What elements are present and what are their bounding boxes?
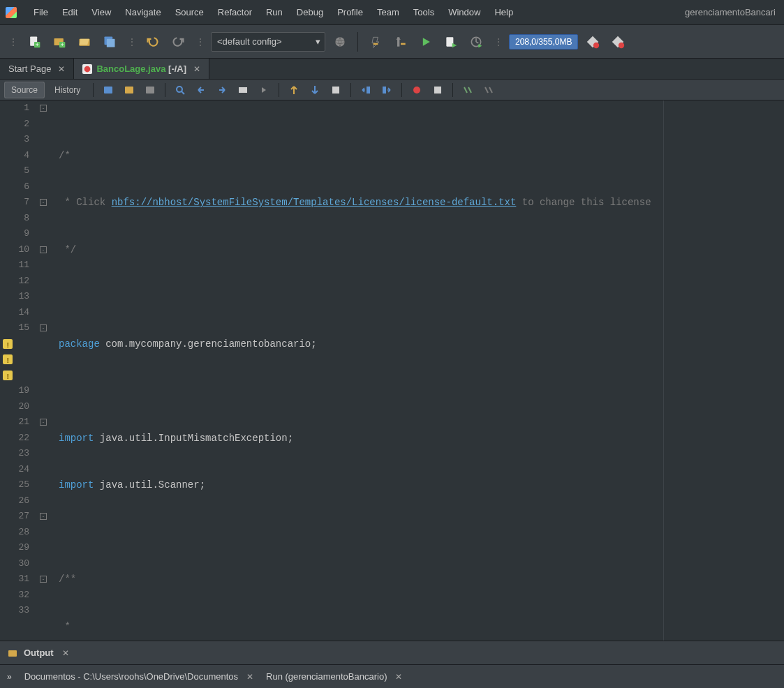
memory-indicator[interactable]: 208,0/355,0MB: [509, 34, 578, 50]
fold-icon[interactable]: -: [40, 246, 47, 253]
menu-debug[interactable]: Debug: [290, 0, 330, 25]
clean-build-button[interactable]: [390, 31, 411, 52]
output-panel-header[interactable]: Output ✕: [0, 641, 784, 664]
run-button[interactable]: [415, 31, 436, 52]
svg-rect-11: [373, 43, 378, 45]
arrow-up-icon[interactable]: [285, 82, 303, 98]
status-tab-run[interactable]: Run (gerenciamentoBancario) ✕: [266, 671, 402, 682]
fold-icon[interactable]: -: [40, 199, 47, 206]
svg-rect-8: [107, 38, 115, 47]
uncomment-icon[interactable]: [480, 82, 498, 98]
svg-point-25: [177, 87, 182, 92]
config-select[interactable]: <default config> ▾: [211, 32, 325, 52]
menu-help[interactable]: Help: [487, 0, 520, 25]
undo-button[interactable]: [142, 31, 163, 52]
separator: [357, 32, 358, 52]
diff-icon[interactable]: [234, 82, 252, 98]
open-project-button[interactable]: [74, 31, 95, 52]
notification-icon[interactable]: [582, 31, 603, 52]
stop-icon[interactable]: [429, 82, 447, 98]
build-button[interactable]: [365, 31, 386, 52]
comment-icon[interactable]: [459, 82, 477, 98]
separator: [93, 83, 94, 97]
warning-icon[interactable]: [0, 336, 29, 352]
nav-icon[interactable]: [99, 82, 117, 98]
source-view-button[interactable]: Source: [4, 82, 45, 98]
play-small-icon[interactable]: [255, 82, 273, 98]
close-icon[interactable]: ✕: [193, 64, 200, 74]
main-toolbar: ⋮ + + ⋮ ⋮ <default config> ▾ ⋮ 208,0/355…: [0, 25, 784, 59]
menu-window[interactable]: Window: [441, 0, 487, 25]
redo-button[interactable]: [168, 31, 188, 52]
shift-left-icon[interactable]: [357, 82, 375, 98]
shift-right-icon[interactable]: [378, 82, 396, 98]
fold-icon[interactable]: -: [40, 576, 47, 583]
menu-file[interactable]: File: [27, 0, 55, 25]
svg-rect-24: [146, 87, 154, 94]
notification-icon-2[interactable]: [607, 31, 628, 52]
svg-line-35: [485, 87, 488, 93]
save-all-button[interactable]: [99, 31, 120, 52]
line-gutter[interactable]: 1 2 3 4 5 6 7 8 9 10 11 12 13 14 15 19 2…: [0, 100, 35, 641]
menu-run[interactable]: Run: [259, 0, 290, 25]
history-view-button[interactable]: History: [47, 82, 87, 98]
menu-navigate[interactable]: Navigate: [118, 0, 168, 25]
arrow-down-icon[interactable]: [306, 82, 324, 98]
tab-start-page[interactable]: Start Page ✕: [0, 59, 74, 79]
svg-rect-28: [332, 87, 339, 94]
code-editor[interactable]: /* * Click nbfs://nbhost/SystemFileSyste…: [52, 100, 784, 641]
close-icon[interactable]: ✕: [62, 648, 69, 658]
status-tab-documentos[interactable]: Documentos - C:\Users\roohs\OneDrive\Doc…: [24, 671, 253, 682]
svg-rect-37: [8, 650, 17, 657]
svg-point-17: [593, 42, 599, 47]
menu-profile[interactable]: Profile: [330, 0, 370, 25]
menu-view[interactable]: View: [84, 0, 118, 25]
menu-refactor[interactable]: Refactor: [211, 0, 259, 25]
svg-text:+: +: [61, 40, 64, 47]
editor-toolbar: Source History: [0, 80, 784, 100]
svg-point-9: [335, 37, 344, 46]
menu-source[interactable]: Source: [168, 0, 211, 25]
separator: [452, 83, 453, 97]
java-file-icon: [82, 64, 92, 74]
menubar: File Edit View Navigate Source Refactor …: [0, 0, 784, 25]
svg-rect-23: [125, 87, 133, 94]
tab-bancolage[interactable]: BancoLage.java [-/A] ✕: [74, 59, 209, 79]
menu-team[interactable]: Team: [370, 0, 406, 25]
separator: [350, 83, 351, 97]
chevron-down-icon: ▾: [316, 36, 320, 47]
close-icon[interactable]: ✕: [58, 64, 65, 74]
fold-strip[interactable]: - - - - - - -: [35, 100, 52, 641]
close-icon[interactable]: ✕: [246, 672, 253, 682]
arrow-right-icon[interactable]: [213, 82, 231, 98]
fold-icon[interactable]: -: [40, 324, 47, 331]
menu-edit[interactable]: Edit: [55, 0, 84, 25]
close-icon[interactable]: ✕: [395, 672, 402, 682]
chevron-right-icon[interactable]: »: [7, 672, 12, 682]
nav-icon[interactable]: [120, 82, 138, 98]
globe-button[interactable]: [330, 31, 350, 52]
output-icon: [7, 648, 18, 659]
warning-icon[interactable]: [0, 368, 29, 384]
warning-icon[interactable]: [0, 352, 29, 368]
bookmark-icon[interactable]: [327, 82, 345, 98]
new-project-button[interactable]: +: [49, 31, 70, 52]
svg-line-26: [182, 91, 184, 94]
toolbar-handle-icon: ⋮: [494, 36, 502, 47]
fold-icon[interactable]: -: [40, 513, 47, 520]
svg-rect-22: [104, 87, 112, 94]
profile-button[interactable]: [466, 31, 487, 52]
svg-text:+: +: [36, 40, 39, 47]
svg-line-36: [489, 87, 492, 93]
fold-icon[interactable]: -: [40, 105, 47, 112]
right-margin: [663, 100, 664, 641]
arrow-left-icon[interactable]: [192, 82, 210, 98]
new-file-button[interactable]: +: [24, 31, 45, 52]
find-icon[interactable]: [171, 82, 189, 98]
config-select-label: <default config>: [217, 36, 282, 47]
fold-icon[interactable]: -: [40, 419, 47, 426]
record-icon[interactable]: [408, 82, 426, 98]
debug-button[interactable]: [441, 31, 461, 52]
nav-icon[interactable]: [141, 82, 159, 98]
menu-tools[interactable]: Tools: [406, 0, 441, 25]
